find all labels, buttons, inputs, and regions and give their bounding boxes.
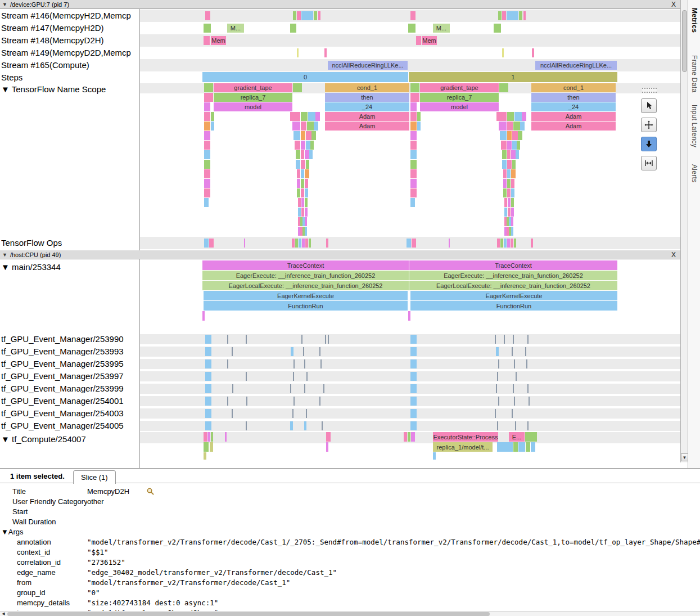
trace-event-model[interactable]: model <box>214 102 292 111</box>
track-label-tf-compute-254007[interactable]: ▼ tf_Compute/254007 <box>1 434 86 444</box>
trace-event-eagerexecute-inference-train-function-260252[interactable]: EagerExecute: __inference_train_function… <box>202 271 409 280</box>
trace-event[interactable] <box>204 442 209 452</box>
trace-event-adam[interactable]: Adam <box>325 122 409 131</box>
trace-event[interactable] <box>513 442 518 452</box>
trace-event-ncclallreduceringllke[interactable]: ncclAllReduceRingLLKe... <box>328 61 408 70</box>
tab-metrics[interactable]: Metrics <box>690 8 698 33</box>
trace-event[interactable] <box>512 409 513 418</box>
trace-event[interactable] <box>205 335 211 344</box>
trace-event[interactable] <box>290 384 291 393</box>
trace-event[interactable] <box>503 188 507 197</box>
trace-event[interactable] <box>494 24 501 33</box>
trace-event-tracecontext[interactable]: TraceContext <box>409 260 617 270</box>
trace-event[interactable] <box>205 397 211 406</box>
trace-event[interactable] <box>310 141 314 150</box>
trace-event[interactable] <box>204 131 210 140</box>
trace-event[interactable] <box>525 432 537 442</box>
trace-event[interactable] <box>501 141 507 150</box>
trace-event[interactable] <box>298 208 301 217</box>
trace-event[interactable] <box>408 311 410 321</box>
trace-event[interactable] <box>306 372 308 381</box>
trace-event[interactable] <box>410 335 417 344</box>
collapse-cpu-icon[interactable]: ▼ <box>2 252 7 258</box>
trace-event[interactable] <box>497 442 513 452</box>
trace-event[interactable] <box>204 112 210 121</box>
pan-tool-button[interactable] <box>641 118 657 132</box>
trace-event[interactable] <box>526 359 527 368</box>
trace-event[interactable] <box>298 198 301 207</box>
trace-event[interactable] <box>204 169 210 178</box>
trace-event[interactable] <box>246 397 247 406</box>
trace-event[interactable] <box>320 359 322 368</box>
trace-event[interactable] <box>204 198 209 207</box>
trace-event[interactable] <box>410 122 417 131</box>
trace-event[interactable] <box>309 239 311 248</box>
trace-event[interactable] <box>511 188 514 197</box>
trace-event-adam[interactable]: Adam <box>531 122 616 131</box>
trace-event[interactable] <box>404 432 407 442</box>
trace-event[interactable] <box>516 150 519 159</box>
trace-event[interactable] <box>507 160 512 169</box>
trace-event[interactable] <box>499 83 508 92</box>
trace-event-tracecontext[interactable]: TraceContext <box>202 260 409 270</box>
trace-event[interactable] <box>291 347 293 356</box>
args-header[interactable]: ▼Args <box>0 527 700 537</box>
trace-event[interactable] <box>292 409 293 418</box>
trace-event[interactable] <box>516 372 517 381</box>
trace-event[interactable] <box>292 122 300 131</box>
trace-event[interactable] <box>209 239 214 248</box>
trace-event[interactable] <box>525 347 526 356</box>
trace-event-adam[interactable]: Adam <box>531 112 616 121</box>
trace-event[interactable] <box>495 409 496 418</box>
close-gpu-button[interactable]: X <box>671 1 676 8</box>
trace-event[interactable] <box>305 169 309 178</box>
trace-event[interactable] <box>292 239 295 248</box>
trace-event[interactable] <box>301 208 304 217</box>
trace-event[interactable] <box>514 359 515 368</box>
trace-event[interactable] <box>205 421 211 430</box>
trace-event[interactable] <box>227 397 228 406</box>
trace-event[interactable] <box>518 442 525 452</box>
trace-event[interactable] <box>498 397 499 406</box>
trace-event[interactable] <box>309 150 313 159</box>
trace-event[interactable] <box>301 131 305 140</box>
trace-event[interactable] <box>512 160 516 169</box>
trace-event[interactable] <box>496 384 497 393</box>
trace-event[interactable] <box>324 48 327 57</box>
trace-event[interactable] <box>522 112 526 121</box>
trace-event[interactable] <box>529 397 530 406</box>
trace-event[interactable] <box>297 48 299 57</box>
trace-event[interactable] <box>410 112 417 121</box>
trace-event-cond-1[interactable]: cond_1 <box>325 83 409 92</box>
trace-event[interactable] <box>301 179 304 188</box>
trace-event[interactable] <box>211 112 214 121</box>
trace-event-mem[interactable]: Mem <box>422 36 437 45</box>
trace-event[interactable] <box>507 141 512 150</box>
trace-event[interactable] <box>326 432 331 442</box>
trace-event[interactable] <box>410 93 419 102</box>
trace-event[interactable] <box>523 11 526 20</box>
trace-event[interactable] <box>295 239 298 248</box>
trace-event[interactable] <box>204 239 209 248</box>
trace-event[interactable] <box>411 432 415 442</box>
select-tool-button[interactable] <box>641 98 657 113</box>
trace-event[interactable] <box>305 188 308 197</box>
trace-event-gradient-tape[interactable]: gradient_tape <box>420 83 499 92</box>
trace-event[interactable] <box>531 239 533 248</box>
trace-event[interactable] <box>410 169 417 178</box>
trace-event[interactable] <box>410 179 417 188</box>
trace-event[interactable] <box>297 188 300 197</box>
trace-event[interactable] <box>232 384 233 393</box>
trace-event[interactable] <box>301 160 305 169</box>
trace-event-gradient-tape[interactable]: gradient_tape <box>214 83 292 92</box>
trace-event-1[interactable]: 1 <box>409 72 617 82</box>
trace-event[interactable] <box>211 122 214 131</box>
trace-event-then[interactable]: then <box>325 93 409 102</box>
trace-event[interactable] <box>301 169 304 178</box>
trace-event[interactable] <box>416 36 421 45</box>
trace-event[interactable] <box>305 179 308 188</box>
trace-event[interactable] <box>326 239 328 248</box>
trace-event-eagerexecute-inference-train-function-260252[interactable]: EagerExecute: __inference_train_function… <box>409 271 617 280</box>
trace-event[interactable] <box>204 141 210 150</box>
trace-event[interactable] <box>225 432 227 442</box>
